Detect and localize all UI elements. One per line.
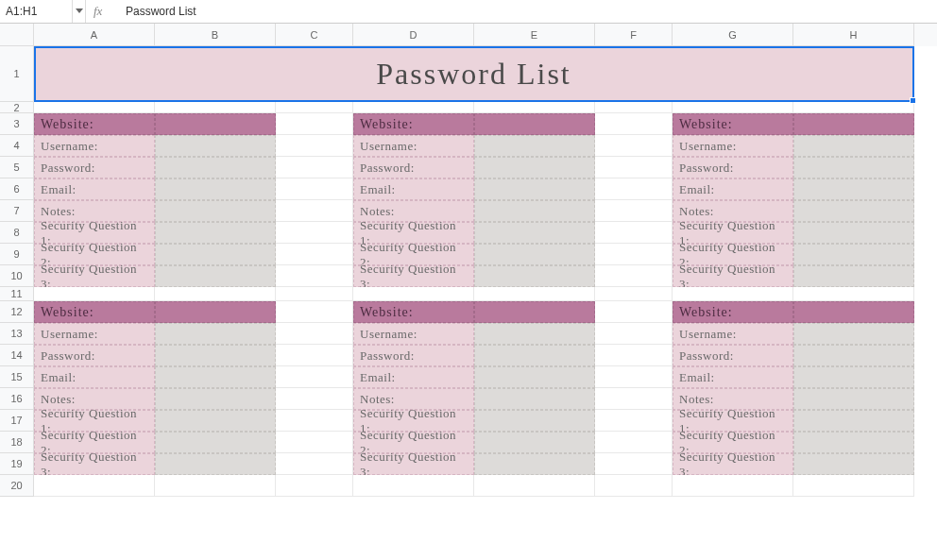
card2-username-label[interactable]: Username: bbox=[353, 135, 474, 157]
card3-sq1-value[interactable] bbox=[793, 222, 914, 244]
card2-website-value[interactable] bbox=[474, 113, 595, 135]
cell[interactable] bbox=[595, 345, 673, 366]
card2-username-value[interactable] bbox=[474, 135, 595, 157]
row-header-5[interactable]: 5 bbox=[0, 157, 34, 178]
cell[interactable] bbox=[34, 102, 155, 113]
card6-username-label[interactable]: Username: bbox=[673, 323, 793, 345]
cell[interactable] bbox=[353, 287, 474, 301]
cell[interactable] bbox=[276, 200, 353, 222]
cell[interactable] bbox=[276, 366, 353, 388]
card6-email-value[interactable] bbox=[793, 366, 914, 388]
card3-password-value[interactable] bbox=[793, 157, 914, 178]
card2-email-value[interactable] bbox=[474, 178, 595, 200]
name-box-dropdown[interactable] bbox=[73, 0, 86, 23]
card2-password-value[interactable] bbox=[474, 157, 595, 178]
col-header-G[interactable]: G bbox=[673, 24, 793, 46]
card4-password-label[interactable]: Password: bbox=[34, 345, 155, 366]
row-header-9[interactable]: 9 bbox=[0, 244, 34, 265]
cell[interactable] bbox=[595, 157, 673, 178]
cell[interactable] bbox=[34, 475, 155, 497]
card2-sq1-value[interactable] bbox=[474, 222, 595, 244]
cell[interactable] bbox=[595, 244, 673, 265]
cell[interactable] bbox=[595, 410, 673, 432]
card4-username-label[interactable]: Username: bbox=[34, 323, 155, 345]
cell[interactable] bbox=[595, 135, 673, 157]
cell[interactable] bbox=[276, 157, 353, 178]
name-box[interactable]: A1:H1 bbox=[0, 0, 73, 23]
card5-password-label[interactable]: Password: bbox=[353, 345, 474, 366]
cell[interactable] bbox=[793, 287, 914, 301]
row-header-3[interactable]: 3 bbox=[0, 113, 34, 135]
cell[interactable] bbox=[673, 102, 793, 113]
card3-username-value[interactable] bbox=[793, 135, 914, 157]
card6-website-value[interactable] bbox=[793, 301, 914, 323]
cell[interactable] bbox=[276, 323, 353, 345]
cell[interactable] bbox=[276, 432, 353, 453]
card3-website-label[interactable]: Website: bbox=[673, 113, 793, 135]
row-header-17[interactable]: 17 bbox=[0, 410, 34, 432]
card6-username-value[interactable] bbox=[793, 323, 914, 345]
row-header-19[interactable]: 19 bbox=[0, 453, 34, 475]
card2-website-label[interactable]: Website: bbox=[353, 113, 474, 135]
cell[interactable] bbox=[673, 475, 793, 497]
cell[interactable] bbox=[155, 287, 276, 301]
card2-sq3-label[interactable]: Security Question 3: bbox=[353, 265, 474, 287]
card4-notes-value[interactable] bbox=[155, 388, 276, 410]
cell[interactable] bbox=[474, 102, 595, 113]
cell[interactable] bbox=[595, 323, 673, 345]
card1-sq3-label[interactable]: Security Question 3: bbox=[34, 265, 155, 287]
row-header-4[interactable]: 4 bbox=[0, 135, 34, 157]
cell[interactable] bbox=[595, 366, 673, 388]
col-header-D[interactable]: D bbox=[353, 24, 474, 46]
card6-sq1-value[interactable] bbox=[793, 410, 914, 432]
col-header-E[interactable]: E bbox=[474, 24, 595, 46]
card4-username-value[interactable] bbox=[155, 323, 276, 345]
row-header-6[interactable]: 6 bbox=[0, 178, 34, 200]
row-header-1[interactable]: 1 bbox=[0, 46, 34, 102]
col-header-C[interactable]: C bbox=[276, 24, 353, 46]
card3-sq3-value[interactable] bbox=[793, 265, 914, 287]
row-header-12[interactable]: 12 bbox=[0, 301, 34, 323]
row-header-8[interactable]: 8 bbox=[0, 222, 34, 244]
col-header-A[interactable]: A bbox=[34, 24, 155, 46]
col-header-F[interactable]: F bbox=[595, 24, 673, 46]
card5-sq3-label[interactable]: Security Question 3: bbox=[353, 453, 474, 475]
row-header-20[interactable]: 20 bbox=[0, 475, 34, 497]
card1-sq2-value[interactable] bbox=[155, 244, 276, 265]
card4-sq3-label[interactable]: Security Question 3: bbox=[34, 453, 155, 475]
card5-password-value[interactable] bbox=[474, 345, 595, 366]
card5-username-value[interactable] bbox=[474, 323, 595, 345]
cell[interactable] bbox=[595, 178, 673, 200]
cell[interactable] bbox=[595, 222, 673, 244]
row-header-15[interactable]: 15 bbox=[0, 366, 34, 388]
row-header-14[interactable]: 14 bbox=[0, 345, 34, 366]
cell[interactable] bbox=[595, 301, 673, 323]
card6-password-label[interactable]: Password: bbox=[673, 345, 793, 366]
card2-notes-value[interactable] bbox=[474, 200, 595, 222]
card5-sq2-value[interactable] bbox=[474, 432, 595, 453]
card5-sq3-value[interactable] bbox=[474, 453, 595, 475]
card6-sq2-value[interactable] bbox=[793, 432, 914, 453]
card5-username-label[interactable]: Username: bbox=[353, 323, 474, 345]
card4-website-value[interactable] bbox=[155, 301, 276, 323]
formula-input[interactable]: Password List bbox=[120, 0, 937, 23]
cell[interactable] bbox=[276, 102, 353, 113]
card1-username-value[interactable] bbox=[155, 135, 276, 157]
cell[interactable] bbox=[276, 453, 353, 475]
row-header-7[interactable]: 7 bbox=[0, 200, 34, 222]
card3-username-label[interactable]: Username: bbox=[673, 135, 793, 157]
card1-password-label[interactable]: Password: bbox=[34, 157, 155, 178]
card5-email-value[interactable] bbox=[474, 366, 595, 388]
card1-website-value[interactable] bbox=[155, 113, 276, 135]
card1-sq1-value[interactable] bbox=[155, 222, 276, 244]
card2-sq3-value[interactable] bbox=[474, 265, 595, 287]
row-header-16[interactable]: 16 bbox=[0, 388, 34, 410]
row-header-13[interactable]: 13 bbox=[0, 323, 34, 345]
card1-sq3-value[interactable] bbox=[155, 265, 276, 287]
card2-email-label[interactable]: Email: bbox=[353, 178, 474, 200]
card5-website-value[interactable] bbox=[474, 301, 595, 323]
cell[interactable] bbox=[595, 200, 673, 222]
col-header-H[interactable]: H bbox=[793, 24, 914, 46]
card3-sq2-value[interactable] bbox=[793, 244, 914, 265]
cell[interactable] bbox=[595, 287, 673, 301]
